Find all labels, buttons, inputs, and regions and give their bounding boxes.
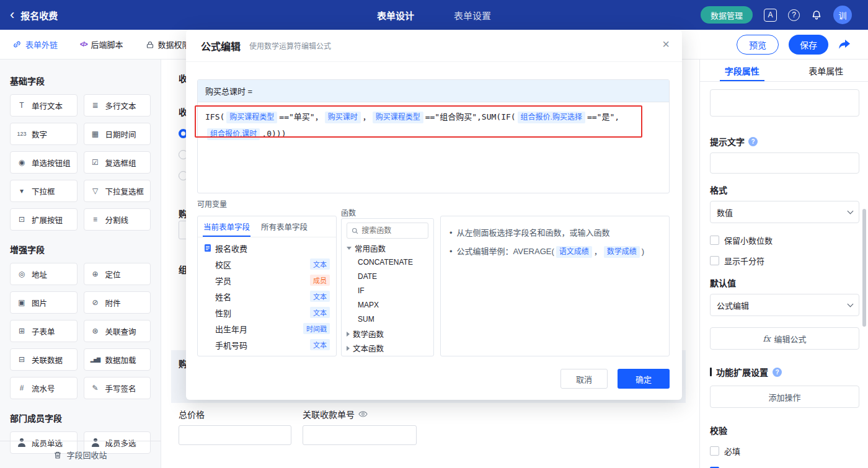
- allow-decimal-checkbox-row[interactable]: 允许小数: [710, 466, 859, 468]
- formula-text: =="组合购买",SUM(IF(: [425, 112, 516, 121]
- field-button-related-data[interactable]: ⊟关联数据: [10, 348, 78, 371]
- field-chip[interactable]: 组合报价.课时: [207, 128, 260, 140]
- function-item[interactable]: MAPX: [342, 298, 433, 312]
- back-icon[interactable]: ‹: [10, 8, 14, 22]
- field-button-image[interactable]: ▣图片: [10, 291, 78, 314]
- bell-icon[interactable]: [811, 9, 822, 20]
- tab-form-settings[interactable]: 表单设置: [454, 9, 491, 22]
- keep-decimal-checkbox-row[interactable]: 保留小数位数: [710, 234, 859, 246]
- function-item[interactable]: IF: [342, 284, 433, 298]
- function-item[interactable]: CONCATENATE: [342, 255, 433, 270]
- function-group-common[interactable]: 常用函数: [342, 241, 433, 255]
- help-icon[interactable]: ?: [748, 137, 758, 146]
- code-icon: </>: [80, 41, 87, 48]
- total-price-input[interactable]: [179, 425, 291, 445]
- function-search-input[interactable]: [361, 226, 423, 235]
- field-chip[interactable]: 购买课程类型: [373, 112, 423, 123]
- related-receipt-input[interactable]: [303, 425, 417, 445]
- field-button-datetime[interactable]: ▦日期时间: [84, 123, 151, 145]
- formula-input-area[interactable]: IFS(购买课程类型=="单买"，购买课时，购买课程类型=="组合购买",SUM…: [198, 102, 669, 142]
- field-button-divider[interactable]: ≡分割线: [84, 208, 151, 231]
- function-group-text[interactable]: 文本函数: [342, 341, 433, 355]
- field-label: 下拉框: [32, 185, 55, 197]
- field-button-subform[interactable]: ⊞子表单: [10, 320, 78, 342]
- field-label: 子表单: [32, 325, 55, 337]
- close-icon[interactable]: ×: [662, 38, 670, 50]
- field-label: 扩展按钮: [32, 214, 63, 226]
- field-button-extend-button[interactable]: ⊡扩展按钮: [10, 208, 78, 231]
- field-chip[interactable]: 购买课程类型: [226, 112, 277, 123]
- image-icon: ▣: [16, 298, 28, 307]
- checkbox-unchecked[interactable]: [710, 446, 719, 456]
- form-tree-root[interactable]: 报名收费: [198, 240, 336, 256]
- variable-row[interactable]: 手机号码文本: [198, 337, 336, 353]
- language-icon[interactable]: A: [764, 9, 777, 22]
- field-button-data-load[interactable]: ▂▅▇数据加载: [84, 348, 151, 371]
- field-recycle-bin[interactable]: 字段回收站: [0, 441, 161, 468]
- field-button-multi-dropdown[interactable]: ▽下拉复选框: [84, 180, 151, 202]
- tab-form-design[interactable]: 表单设计: [377, 9, 414, 22]
- field-title-input[interactable]: [710, 89, 859, 117]
- function-group-math[interactable]: 数学函数: [342, 327, 433, 341]
- function-item[interactable]: DATE: [342, 270, 433, 284]
- tab-all-form-fields[interactable]: 所有表单字段: [255, 216, 313, 237]
- field-button-address[interactable]: ◎地址: [10, 263, 78, 285]
- avatar[interactable]: 训: [833, 6, 852, 24]
- checkbox-unchecked[interactable]: [710, 236, 719, 245]
- preview-button[interactable]: 预览: [737, 35, 779, 55]
- field-button-signature[interactable]: ✎手写签名: [84, 377, 151, 399]
- field-chip: 数学成绩: [604, 246, 640, 258]
- tab-field-properties[interactable]: 字段属性: [700, 60, 784, 81]
- variable-type-tag: 文本: [310, 258, 330, 270]
- field-button-checkbox-group[interactable]: ☑复选框组: [84, 151, 151, 174]
- format-select[interactable]: 数值: [710, 201, 859, 223]
- checkbox-label: 显示千分符: [724, 255, 764, 267]
- field-button-attachment[interactable]: ⊘附件: [84, 291, 151, 314]
- calendar-icon: ▦: [89, 130, 102, 138]
- thousand-separator-checkbox-row[interactable]: 显示千分符: [710, 255, 859, 267]
- field-button-radio-group[interactable]: ◉单选按钮组: [10, 151, 78, 174]
- variable-row[interactable]: 姓名文本: [198, 288, 336, 304]
- field-chip[interactable]: 组合报价.购买选择: [518, 112, 585, 123]
- hint-text-input[interactable]: [710, 152, 859, 174]
- checkbox-unchecked[interactable]: [710, 256, 719, 265]
- scrollbar[interactable]: [862, 209, 866, 327]
- help-icon[interactable]: ?: [773, 368, 782, 377]
- save-button[interactable]: 保存: [789, 35, 828, 55]
- field-button-number[interactable]: 123数字: [10, 123, 78, 145]
- variable-row[interactable]: 性别文本: [198, 304, 336, 320]
- cancel-button[interactable]: 取消: [560, 369, 608, 389]
- variable-row[interactable]: 校区文本: [198, 256, 336, 272]
- field-button-serial-number[interactable]: #流水号: [10, 377, 78, 399]
- toolbar-item-external-link[interactable]: 表单外链: [12, 38, 58, 50]
- toolbar-item-backend-script[interactable]: </> 后端脚本: [80, 38, 123, 50]
- field-button-dropdown[interactable]: ▾下拉框: [10, 180, 78, 202]
- toolbar-item-data-permission[interactable]: 数据权限: [146, 38, 190, 50]
- variables-section-label: 可用变量: [197, 198, 227, 209]
- edit-formula-button[interactable]: fx 编辑公式: [710, 327, 859, 350]
- function-item[interactable]: SUM: [342, 312, 433, 327]
- variable-row[interactable]: 学员成员: [198, 272, 336, 288]
- tab-current-form-fields[interactable]: 当前表单字段: [198, 216, 255, 237]
- function-search[interactable]: [347, 223, 428, 239]
- formula-text: IFS(: [205, 112, 224, 121]
- tab-form-properties[interactable]: 表单属性: [784, 60, 868, 81]
- variable-row[interactable]: 出生年月时间戳: [198, 320, 336, 337]
- field-label: 流水号: [32, 382, 55, 394]
- field-button-location[interactable]: ⊕定位: [84, 263, 151, 285]
- data-manage-button[interactable]: 数据管理: [701, 6, 753, 24]
- field-button-lookup[interactable]: ⊛关联查询: [84, 320, 151, 342]
- related-data-icon: ⊟: [16, 355, 28, 364]
- add-action-button[interactable]: 添加操作: [710, 386, 859, 408]
- section-title-basic: 基础字段: [10, 74, 151, 87]
- field-chip[interactable]: 购买课时: [325, 112, 361, 123]
- field-button-multi-line-text[interactable]: ≣多行文本: [84, 94, 151, 117]
- share-icon[interactable]: [838, 39, 851, 50]
- required-checkbox-row[interactable]: 必填: [710, 445, 859, 457]
- eye-icon[interactable]: [358, 411, 368, 417]
- variable-name: 性别: [215, 307, 231, 319]
- help-icon[interactable]: ?: [788, 9, 800, 21]
- confirm-button[interactable]: 确定: [618, 369, 670, 389]
- default-value-select[interactable]: 公式编辑: [710, 294, 859, 316]
- field-button-single-line-text[interactable]: T单行文本: [10, 94, 78, 117]
